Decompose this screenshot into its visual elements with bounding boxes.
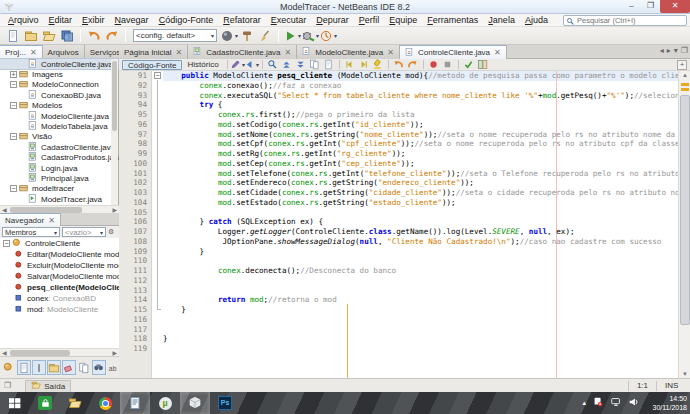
scroll-tabs-right-icon[interactable]: ▸ — [667, 46, 671, 55]
navigator-item-controlecliente[interactable]: −ControleCliente — [0, 238, 119, 249]
code-line-114[interactable]: return mod;//retorna o mod — [163, 295, 337, 305]
expand-toolbar-icon[interactable]: + — [677, 60, 687, 70]
close-icon[interactable]: ✕ — [176, 48, 183, 57]
open-project-icon[interactable] — [41, 28, 57, 43]
close-button[interactable]: ✕ — [660, 0, 690, 13]
redo-macro-icon[interactable] — [406, 59, 420, 70]
clean-build-icon[interactable] — [257, 28, 273, 43]
show-constructors-icon[interactable] — [32, 360, 46, 375]
menu-item-depurar[interactable]: Depurar — [311, 14, 354, 27]
macro-stop-icon[interactable] — [441, 59, 455, 70]
last-edit-icon[interactable]: ▾ — [231, 59, 245, 70]
menu-item-c-digo-fonte[interactable]: Código-Fonte — [154, 14, 219, 27]
new-project-icon[interactable] — [23, 28, 39, 43]
editor-tab-controlecliente-java[interactable]: ControleCliente.java✕ — [400, 45, 507, 59]
code-line-118[interactable]: } — [163, 334, 168, 344]
tree-item-controlecliente-java[interactable]: ControleCliente.java — [0, 59, 118, 69]
tab-output[interactable]: Saída — [25, 380, 71, 392]
undo-macro-icon[interactable] — [392, 59, 406, 70]
tray-flag-icon[interactable] — [592, 394, 604, 412]
code-line-96[interactable]: mod.setCodigo(conex.rs.getInt("id_client… — [163, 120, 424, 130]
restore-button[interactable]: ❐ — [641, 0, 660, 13]
maximize-editor-icon[interactable]: ❐ — [681, 46, 688, 55]
code-line-106[interactable]: } catch (SQLException ex) { — [163, 217, 323, 227]
profile-icon[interactable]: ▾ — [320, 28, 336, 43]
deploy-icon[interactable]: ▾ — [221, 28, 237, 43]
tree-item-modelocliente-java[interactable]: ModeloCliente.java — [0, 111, 118, 121]
tray-network-icon[interactable] — [610, 394, 622, 412]
tree-item-cadastrocliente-java[interactable]: CadastroCliente.java — [0, 142, 118, 152]
navigator-settings-icon[interactable]: ⚙ — [108, 228, 114, 236]
start-button[interactable] — [0, 392, 30, 414]
minimize-button[interactable]: – — [622, 0, 641, 13]
menu-item-editar[interactable]: Editar — [44, 14, 78, 27]
show-non-public-icon[interactable] — [62, 360, 76, 375]
inherited-members-icon[interactable] — [2, 360, 16, 375]
navigator-item-editar-modelocliente-mod-[interactable]: Editar(ModeloCliente mod) — [0, 249, 119, 260]
tree-item-imagens[interactable]: +Imagens — [0, 69, 118, 79]
empty-filter-select[interactable]: <vazio>▾ — [62, 227, 106, 237]
tree-item-login-java[interactable]: Login.java — [0, 163, 118, 173]
scroll-up-icon[interactable]: ▲ — [679, 72, 690, 78]
taskbar-document-app[interactable] — [120, 392, 150, 414]
new-file-icon[interactable] — [5, 28, 21, 43]
code-line-91[interactable]: public ModeloCliente pesq_cliente (Model… — [163, 71, 690, 81]
code-line-102[interactable]: mod.setEndereco(conex.rs.getString("ende… — [163, 178, 474, 188]
close-icon[interactable]: ✕ — [48, 216, 55, 225]
find-selection-icon[interactable] — [266, 59, 280, 70]
code-line-108[interactable]: JOptionPane.showMessageDialog(null, "Cli… — [163, 237, 661, 247]
expander-icon[interactable]: − — [10, 81, 17, 88]
tree-item-modelotabela-java[interactable]: ModeloTabela.java — [0, 121, 118, 131]
tab-arquivos[interactable]: Arquivos — [43, 45, 85, 59]
close-icon[interactable]: ✕ — [30, 48, 37, 57]
taskbar-chrome[interactable] — [90, 392, 120, 414]
run-icon[interactable]: ▾ — [284, 28, 300, 43]
search-box[interactable] — [563, 15, 687, 26]
commit-icon[interactable] — [462, 59, 476, 70]
diff-icon[interactable] — [476, 59, 490, 70]
tree-item-modeltracer[interactable]: −modeltracer — [0, 184, 118, 194]
menu-item-navegar[interactable]: Navegar — [110, 14, 154, 27]
expander-icon[interactable]: − — [10, 102, 17, 109]
source-view-button[interactable]: Código-Fonte — [122, 60, 182, 70]
navigator-item-conex[interactable]: conex : ConexaoBD — [0, 293, 119, 304]
select-in-projects-icon[interactable] — [308, 59, 322, 70]
code-line-92[interactable]: conex.conexao();//faz a conexao — [163, 81, 341, 91]
taskbar-clock[interactable]: 14:50 30/11/2018 — [641, 394, 687, 412]
toggle-highlight-icon[interactable] — [371, 59, 385, 70]
warning-mark[interactable] — [681, 83, 689, 86]
editor-vscrollbar[interactable]: ▲ ▼ — [678, 71, 690, 378]
search-input[interactable] — [577, 16, 677, 25]
navigator-item-pesq-cliente-modelocliente-mod-[interactable]: pesq_cliente(ModeloCliente mod) — [0, 282, 119, 293]
show-inner-classes-icon[interactable] — [17, 360, 31, 375]
code-lines[interactable]: public ModeloCliente pesq_cliente (Model… — [163, 71, 678, 378]
code-line-103[interactable]: mod.setCidade(conex.rs.getString("cidade… — [163, 188, 690, 198]
tree-item-conexaobd-java[interactable]: ConexaoBD.java — [0, 90, 118, 100]
clipboard-history-icon[interactable] — [322, 59, 336, 70]
next-occurrence-icon[interactable] — [294, 59, 308, 70]
code-line-97[interactable]: mod.setNome(conex.rs.getString("nome_cli… — [163, 130, 690, 140]
tree-item-principal-java[interactable]: Principal.java — [0, 173, 118, 183]
sort-alpha-icon[interactable] — [77, 360, 91, 375]
navigator-item-salvar-modelocliente-mod-[interactable]: Salvar(ModeloCliente mod) — [0, 271, 119, 282]
code-line-95[interactable]: conex.rs.first();//pega o primeiro da li… — [163, 110, 415, 120]
navigator-hscrollbar[interactable]: ◀ ▶ — [0, 348, 119, 356]
tree-item-vis-o[interactable]: −Visão — [0, 132, 118, 142]
menu-item-equipe[interactable]: Equipe — [384, 14, 422, 27]
editor-tab-cadastrocliente-java[interactable]: CadastroCliente.java✕ — [188, 45, 297, 59]
code-line-93[interactable]: conex.executaSQL("Select * from tabela_c… — [163, 91, 684, 101]
projects-vscrollbar[interactable] — [111, 59, 118, 205]
macro-record-icon[interactable] — [427, 59, 441, 70]
expander-icon[interactable]: + — [10, 71, 17, 78]
scroll-tabs-left-icon[interactable]: ◂ — [660, 46, 664, 55]
code-line-101[interactable]: mod.setTelefone(conex.rs.getInt("telefon… — [163, 169, 690, 179]
expander-icon[interactable]: − — [10, 133, 17, 140]
tray-expand-icon[interactable]: ▴ — [582, 399, 586, 407]
close-icon[interactable]: ✕ — [494, 48, 501, 57]
code-line-104[interactable]: mod.setEstado(conex.rs.getString("estado… — [163, 198, 456, 208]
menu-item-ferramentas[interactable]: Ferramentas — [422, 14, 483, 27]
history-view-button[interactable]: Histórico — [182, 60, 223, 70]
debug-icon[interactable]: ▾ — [302, 28, 318, 43]
menu-item-exibir[interactable]: Exibir — [77, 14, 110, 27]
navigator-item-excluir-modelocliente-mod-[interactable]: Excluir(ModeloCliente mod) — [0, 260, 119, 271]
